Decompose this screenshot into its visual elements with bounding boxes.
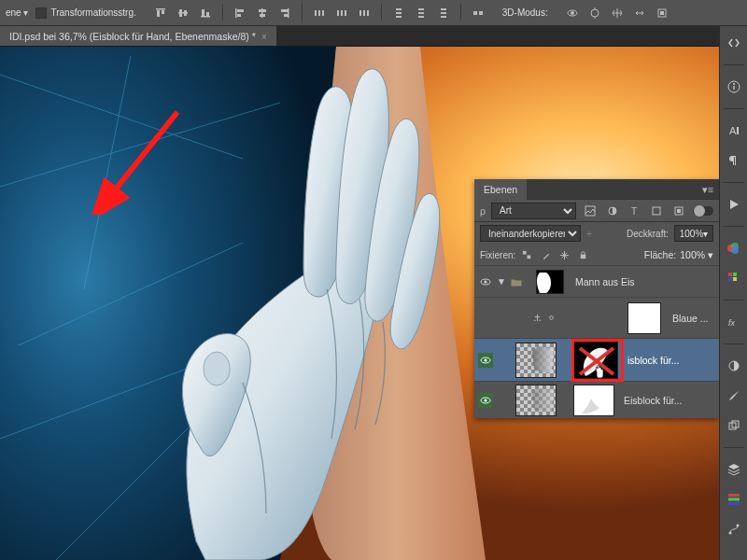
svg-rect-69 xyxy=(728,498,740,501)
transform-controls-checkbox[interactable]: Transformationsstrg. xyxy=(35,7,135,19)
distribute-v3-icon[interactable] xyxy=(434,4,453,22)
svg-rect-76 xyxy=(653,207,660,215)
distribute-h3-icon[interactable] xyxy=(355,4,374,22)
lock-position-icon[interactable] xyxy=(557,247,571,262)
distribute-h2-icon[interactable] xyxy=(332,4,351,22)
adjustment-mask-thumbnail[interactable] xyxy=(627,302,661,334)
panel-menu-icon[interactable]: ▾≡ xyxy=(697,184,719,195)
filter-shape-icon[interactable] xyxy=(649,203,666,219)
3d-pan-icon[interactable] xyxy=(608,4,627,22)
expand-panels-icon[interactable] xyxy=(723,32,745,54)
folder-icon xyxy=(510,276,523,287)
channels-icon[interactable] xyxy=(723,488,745,511)
align-bottom-edges-icon[interactable] xyxy=(196,4,215,22)
svg-rect-17 xyxy=(284,14,288,17)
svg-rect-32 xyxy=(418,16,424,18)
distribute-h-icon[interactable] xyxy=(310,4,329,22)
svg-rect-29 xyxy=(396,16,402,18)
svg-rect-11 xyxy=(237,14,241,17)
auto-align-icon[interactable] xyxy=(469,4,487,22)
distribute-v2-icon[interactable] xyxy=(412,4,430,22)
filter-toggle-switch[interactable] xyxy=(693,206,713,216)
svg-point-86 xyxy=(484,358,486,361)
mask-link-icon[interactable] xyxy=(560,346,570,374)
layer-adjustment-row[interactable]: Blaue ... xyxy=(474,297,719,338)
blend-mode-select[interactable]: Ineinanderkopieren xyxy=(480,225,581,242)
adjustments-icon[interactable] xyxy=(723,355,745,377)
close-icon[interactable]: × xyxy=(261,31,267,42)
color-panel-icon[interactable] xyxy=(723,237,745,259)
3d-slide-icon[interactable] xyxy=(630,4,649,22)
svg-rect-5 xyxy=(184,10,187,16)
align-hcenter-icon[interactable] xyxy=(253,4,272,22)
svg-rect-37 xyxy=(479,11,483,15)
layer-thumbnail[interactable] xyxy=(515,385,557,416)
svg-rect-53 xyxy=(733,86,734,90)
svg-rect-13 xyxy=(259,9,266,12)
svg-rect-6 xyxy=(201,16,210,18)
svg-rect-0 xyxy=(156,8,165,10)
filter-smart-icon[interactable] xyxy=(670,203,687,219)
annotation-highlight-box xyxy=(571,339,624,382)
lock-all-icon[interactable] xyxy=(575,247,590,262)
paragraph-icon[interactable] xyxy=(723,149,745,172)
distribute-v-icon[interactable] xyxy=(389,4,408,22)
filter-adjust-icon[interactable] xyxy=(604,203,621,219)
layers-icon[interactable] xyxy=(723,458,745,481)
lock-label: Fixieren: xyxy=(480,250,515,260)
filter-kind-select[interactable]: Art xyxy=(491,203,576,219)
3d-roll-icon[interactable] xyxy=(585,4,604,22)
lock-transparency-icon[interactable] xyxy=(519,247,534,262)
swatches-icon[interactable] xyxy=(723,267,745,289)
visibility-eye-icon[interactable] xyxy=(478,274,493,289)
align-left-edges-icon[interactable] xyxy=(231,4,249,22)
svg-point-91 xyxy=(484,399,486,401)
svg-rect-16 xyxy=(281,9,288,12)
opacity-label: Deckkraft: xyxy=(627,229,669,239)
align-top-edges-icon[interactable] xyxy=(151,4,170,22)
layer-mask-thumbnail[interactable] xyxy=(573,385,614,416)
layer-row-selected[interactable]: isblock für... xyxy=(474,338,719,381)
lock-pixels-icon[interactable] xyxy=(538,247,553,262)
layer-group-row[interactable]: ▼ Mann aus Eis xyxy=(474,265,719,297)
svg-rect-42 xyxy=(660,11,664,15)
brush-icon[interactable] xyxy=(723,385,745,407)
svg-rect-22 xyxy=(341,10,343,16)
svg-rect-1 xyxy=(157,10,160,17)
fill-value[interactable]: 100% ▾ xyxy=(680,249,713,260)
3d-scale-icon[interactable] xyxy=(653,4,671,22)
svg-rect-73 xyxy=(585,206,595,216)
svg-rect-35 xyxy=(441,16,446,18)
blend-opacity-row: Ineinanderkopieren ÷ Deckkraft: 100% ▾ xyxy=(474,222,719,245)
layers-list: ▼ Mann aus Eis Blaue ... xyxy=(474,265,719,418)
visibility-eye-icon[interactable] xyxy=(478,353,493,368)
svg-rect-56 xyxy=(737,127,739,134)
layer-name-label: Blaue ... xyxy=(672,313,715,324)
clone-source-icon[interactable] xyxy=(723,414,745,437)
disclosure-triangle-icon[interactable]: ▼ xyxy=(497,276,506,287)
filter-type-icon[interactable]: T xyxy=(627,203,643,219)
svg-rect-28 xyxy=(396,12,402,14)
align-right-edges-icon[interactable] xyxy=(275,4,294,22)
options-dropdown[interactable]: ene ▾ xyxy=(6,7,28,18)
character-icon[interactable]: A xyxy=(723,119,745,142)
visibility-eye-icon[interactable] xyxy=(478,393,493,408)
opacity-value[interactable]: 100% ▾ xyxy=(674,225,713,242)
layers-tab[interactable]: Ebenen xyxy=(474,179,527,200)
filter-pixel-icon[interactable] xyxy=(582,203,599,219)
layers-panel: Ebenen ▾≡ ρ Art T Ineinanderkopieren ÷ D… xyxy=(474,179,719,418)
layer-thumbnail[interactable] xyxy=(515,343,557,378)
align-vcenter-icon[interactable] xyxy=(174,4,192,22)
svg-text:A: A xyxy=(729,125,737,136)
3d-orbit-icon[interactable] xyxy=(563,4,582,22)
group-mask-thumbnail[interactable] xyxy=(536,270,564,294)
document-tab[interactable]: IDI.psd bei 36,7% (Eisblock für Hand, Eb… xyxy=(0,26,276,46)
layer-name-label: Mann aus Eis xyxy=(575,276,635,287)
actions-play-icon[interactable] xyxy=(723,193,745,216)
mask-link-icon[interactable] xyxy=(560,386,570,414)
styles-fx-icon[interactable]: fx xyxy=(723,311,745,333)
paths-icon[interactable] xyxy=(723,518,745,540)
layer-row[interactable]: Eisblock für... xyxy=(474,381,719,418)
filter-kind-icon: ρ xyxy=(480,205,486,217)
info-icon[interactable] xyxy=(723,76,745,98)
